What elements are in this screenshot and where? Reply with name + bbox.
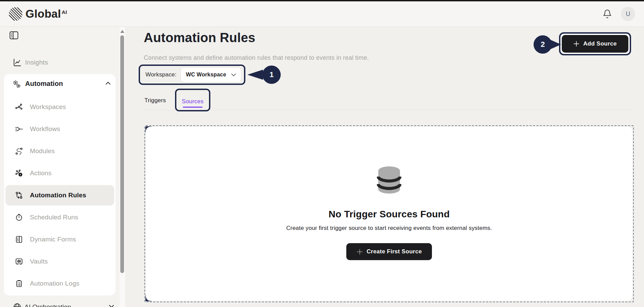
sidebar-item-label: Modules	[30, 147, 55, 155]
vaults-icon	[15, 257, 23, 266]
sidebar: Insights Automation	[0, 27, 120, 307]
sidebar-item-insights[interactable]: Insights	[4, 54, 116, 71]
top-bar: GlobalAI U	[0, 0, 644, 27]
sidebar-item-workflows[interactable]: Workflows	[4, 118, 116, 140]
sidebar-section-label: AI Orchestration	[24, 303, 71, 307]
page-title: Automation Rules	[144, 31, 255, 45]
sidebar-item-vaults[interactable]: Vaults	[4, 251, 116, 272]
tab-sources[interactable]: Sources	[176, 98, 209, 105]
brand-logo[interactable]: GlobalAI	[9, 7, 67, 21]
sidebar-scrollbar[interactable]	[120, 27, 125, 307]
sidebar-item-label: Workflows	[30, 125, 60, 133]
sidebar-item-label: Automation Rules	[30, 192, 86, 199]
sidebar-section-header-ai-orchestration[interactable]: AI Orchestration	[4, 299, 116, 307]
sidebar-section-label: Automation	[25, 80, 63, 88]
add-source-label: Add Source	[583, 40, 616, 47]
plus-icon	[573, 41, 579, 47]
insights-icon	[13, 58, 22, 67]
actions-icon	[15, 169, 23, 177]
avatar-initial: U	[626, 11, 630, 18]
sidebar-item-label: Insights	[25, 59, 48, 66]
brand-name: Global	[25, 7, 61, 20]
create-first-source-label: Create First Source	[367, 248, 422, 255]
gears-icon	[12, 80, 21, 89]
plus-icon	[356, 249, 363, 255]
chevron-down-icon	[109, 305, 114, 307]
sidebar-item-label: Vaults	[30, 258, 48, 265]
sidebar-item-actions[interactable]: Actions	[4, 162, 116, 184]
brand-superscript: AI	[62, 9, 67, 15]
chevron-down-icon	[231, 73, 236, 76]
tabs-divider	[144, 110, 634, 110]
scrollbar-up-arrow[interactable]	[120, 30, 124, 33]
automation-logs-icon	[15, 279, 23, 288]
modules-icon	[15, 147, 23, 155]
scrollbar-thumb[interactable]	[120, 35, 124, 273]
sidebar-item-scheduled-runs[interactable]: Scheduled Runs	[4, 206, 116, 228]
workspace-label: Workspace:	[145, 71, 176, 78]
empty-state-card: No Trigger Sources Found Create your fir…	[146, 127, 632, 301]
workspace-selector-annotation-box: Workspace: WC Workspace	[139, 65, 245, 85]
sidebar-section-automation: Automation Workspaces	[4, 74, 116, 295]
workspaces-icon	[15, 103, 23, 111]
callout-number: 1	[269, 70, 274, 79]
automation-rules-icon	[15, 191, 23, 199]
scheduled-runs-icon	[15, 213, 23, 221]
sidebar-item-label: Workspaces	[30, 103, 66, 111]
user-avatar[interactable]: U	[621, 7, 635, 21]
sidebar-item-automation-logs[interactable]: Automation Logs	[4, 273, 116, 294]
page-subtitle: Connect systems and define automation ru…	[144, 54, 369, 61]
empty-state-title: No Trigger Sources Found	[329, 209, 450, 220]
workspace-selected-value: WC Workspace	[186, 72, 226, 78]
sources-empty-region: No Trigger Sources Found Create your fir…	[144, 125, 634, 302]
add-source-button[interactable]: Add Source	[562, 35, 628, 53]
sidebar-item-label: Scheduled Runs	[30, 214, 78, 221]
callout-1-badge: 1	[262, 66, 281, 84]
callout-number: 2	[541, 40, 545, 49]
callout-2-badge: 2	[534, 35, 552, 54]
sidebar-item-dynamic-forms[interactable]: Dynamic Forms	[4, 229, 116, 250]
sidebar-item-label: Automation Logs	[30, 280, 80, 287]
active-tab-underline	[183, 107, 203, 108]
bell-icon	[603, 9, 612, 19]
workspace-dropdown[interactable]: WC Workspace	[180, 67, 241, 83]
database-icon	[377, 166, 401, 194]
sidebar-section-header-automation[interactable]: Automation	[4, 74, 116, 94]
create-first-source-button[interactable]: Create First Source	[346, 243, 432, 260]
sidebar-item-modules[interactable]: Modules	[4, 140, 116, 162]
sources-tab-annotation-box: Sources	[175, 89, 210, 111]
dynamic-forms-icon	[15, 235, 23, 243]
tab-triggers[interactable]: Triggers	[144, 97, 166, 104]
panel-toggle-icon	[9, 31, 19, 40]
sidebar-item-automation-rules[interactable]: Automation Rules	[4, 184, 116, 206]
sidebar-item-workspaces[interactable]: Workspaces	[4, 96, 116, 118]
add-source-annotation-box: Add Source	[559, 32, 631, 55]
notifications-button[interactable]	[602, 8, 613, 19]
sidebar-collapse-button[interactable]	[9, 31, 19, 40]
sidebar-item-label: Dynamic Forms	[30, 236, 76, 243]
ai-orchestration-icon	[13, 303, 22, 307]
sidebar-item-label: Actions	[30, 169, 52, 177]
callout-1-pointer	[247, 70, 263, 80]
brand-logo-icon	[9, 7, 22, 21]
topbar-actions: U	[602, 7, 635, 21]
chevron-up-icon	[105, 82, 111, 85]
empty-state-description: Create your first trigger source to star…	[286, 225, 492, 232]
workflows-icon	[15, 125, 23, 133]
